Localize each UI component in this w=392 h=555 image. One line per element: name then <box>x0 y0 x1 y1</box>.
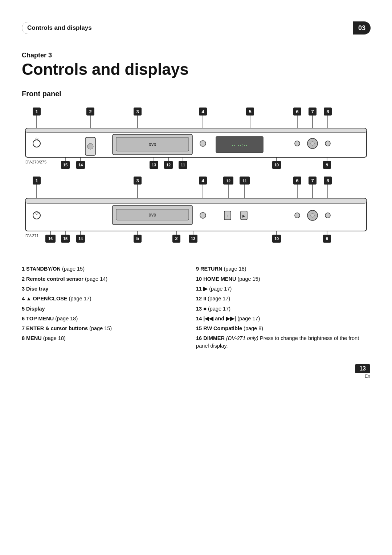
svg-text:12: 12 <box>226 179 230 183</box>
svg-point-36 <box>295 141 300 146</box>
svg-rect-25 <box>25 128 367 133</box>
section-title: Front panel <box>22 90 370 98</box>
svg-rect-87 <box>25 198 367 203</box>
legend-item-7: 7 ENTER & cursor buttons (page 15) <box>22 324 196 332</box>
svg-text:5: 5 <box>249 109 251 114</box>
svg-text:6: 6 <box>296 109 298 114</box>
svg-point-100 <box>311 214 314 217</box>
svg-text:1: 1 <box>35 109 38 114</box>
svg-point-98 <box>295 213 300 218</box>
legend-item-14: 14 |◀◀ and ▶▶| (page 17) <box>196 315 370 323</box>
legend-item-9: 9 RETURN (page 18) <box>196 265 370 273</box>
chapter-main-title: Controls and displays <box>22 61 370 78</box>
svg-text:8: 8 <box>326 178 329 183</box>
svg-point-93 <box>200 212 206 218</box>
legend-item-10: 10 HOME MENU (page 15) <box>196 275 370 283</box>
svg-text:10: 10 <box>274 236 279 241</box>
svg-text:13: 13 <box>191 236 195 241</box>
legend-item-5: 5 Display <box>22 305 196 313</box>
legend-item-1: 1 STANDBY/ON (page 15) <box>22 265 196 273</box>
svg-text:⏻: ⏻ <box>35 137 38 141</box>
svg-text:▶: ▶ <box>242 214 245 218</box>
svg-text:⏸: ⏸ <box>226 214 229 218</box>
header-title: Controls and displays <box>27 24 365 32</box>
svg-text:14: 14 <box>78 236 83 241</box>
legend-item-6: 6 TOP MENU (page 18) <box>22 315 196 323</box>
svg-point-29 <box>87 143 93 149</box>
legend-item-12: 12 II (page 17) <box>196 295 370 303</box>
page-lang: En <box>365 374 370 379</box>
svg-text:2: 2 <box>89 109 91 114</box>
header-bar: Controls and displays 03 <box>22 22 370 34</box>
legend-item-4: 4 ▲ OPEN/CLOSE (page 17) <box>22 295 196 303</box>
legend-item-2: 2 Remote control sensor (page 14) <box>22 275 196 283</box>
legend-item-15: 15 RW Compatible (page 8) <box>196 324 370 332</box>
page-footer: 13 En <box>22 364 370 379</box>
svg-text:DV-270/275: DV-270/275 <box>25 160 46 164</box>
svg-text:3: 3 <box>136 109 139 114</box>
svg-text:DVD: DVD <box>148 213 156 217</box>
chapter-badge: 03 <box>353 21 371 35</box>
svg-text:8: 8 <box>326 109 329 114</box>
svg-text:9: 9 <box>326 236 328 241</box>
svg-text:DVD: DVD <box>148 143 156 147</box>
svg-text:2: 2 <box>175 236 177 241</box>
svg-text:12: 12 <box>166 163 171 167</box>
svg-text:5: 5 <box>136 236 139 241</box>
legend: 1 STANDBY/ON (page 15) 2 Remote control … <box>22 265 370 350</box>
legend-item-16: 16 DIMMER (DV-271 only) Press to change … <box>196 334 370 350</box>
legend-item-8: 8 MENU (page 18) <box>22 334 196 342</box>
svg-text:4: 4 <box>201 178 204 183</box>
page-number: 13 <box>355 364 370 373</box>
svg-text:4: 4 <box>201 109 204 114</box>
svg-text:7: 7 <box>311 178 314 183</box>
svg-point-38 <box>311 142 314 145</box>
legend-item-11: 11 ▶ (page 17) <box>196 285 370 293</box>
svg-text:15: 15 <box>63 236 68 241</box>
legend-item-13: 13 ■ (page 17) <box>196 305 370 313</box>
svg-text:10: 10 <box>274 163 279 167</box>
legend-item-3: 3 Disc tray <box>22 285 196 293</box>
svg-point-26 <box>33 140 40 147</box>
svg-text:11: 11 <box>242 179 247 183</box>
legend-right-col: 9 RETURN (page 18) 10 HOME MENU (page 15… <box>196 265 370 350</box>
svg-text:-- --:--: -- --:-- <box>232 143 247 147</box>
svg-text:13: 13 <box>152 163 156 167</box>
svg-text:DV-271: DV-271 <box>25 234 39 238</box>
diagram-area: 1 2 3 4 5 6 7 8 ⏻ <box>22 105 370 258</box>
svg-text:⏻: ⏻ <box>35 212 38 215</box>
svg-text:6: 6 <box>296 178 298 183</box>
front-panel-diagram: 1 2 3 4 5 6 7 8 ⏻ <box>22 105 370 257</box>
legend-left-col: 1 STANDBY/ON (page 15) 2 Remote control … <box>22 265 196 350</box>
svg-point-33 <box>200 141 206 146</box>
svg-text:1: 1 <box>35 178 38 183</box>
svg-point-39 <box>325 141 330 146</box>
svg-point-101 <box>325 213 330 218</box>
chapter-label: Chapter 3 <box>22 52 370 59</box>
svg-text:7: 7 <box>311 109 314 114</box>
svg-text:9: 9 <box>326 163 328 167</box>
svg-text:14: 14 <box>78 163 83 167</box>
svg-text:11: 11 <box>181 163 185 167</box>
svg-text:15: 15 <box>63 163 68 167</box>
svg-text:3: 3 <box>136 178 139 183</box>
svg-text:16: 16 <box>48 236 53 241</box>
